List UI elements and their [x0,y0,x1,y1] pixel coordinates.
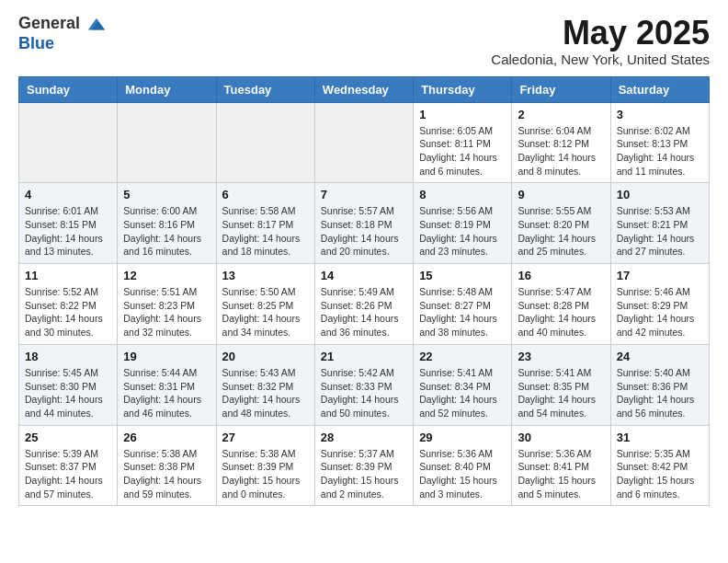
day-number: 31 [617,431,703,444]
day-info: Sunrise: 5:36 AM Sunset: 8:40 PM Dayligh… [419,447,506,501]
day-info: Sunrise: 6:04 AM Sunset: 8:12 PM Dayligh… [518,124,604,178]
logo-icon [86,15,107,35]
calendar-cell: 27Sunrise: 5:38 AM Sunset: 8:39 PM Dayli… [216,425,314,506]
header-wednesday: Wednesday [314,76,413,102]
logo: General Blue [18,15,107,52]
logo-general: General [18,14,80,32]
day-info: Sunrise: 5:44 AM Sunset: 8:31 PM Dayligh… [123,366,210,420]
day-number: 11 [25,269,111,282]
day-info: Sunrise: 5:47 AM Sunset: 8:28 PM Dayligh… [518,285,604,339]
calendar-cell: 9Sunrise: 5:55 AM Sunset: 8:20 PM Daylig… [512,183,610,264]
day-info: Sunrise: 5:57 AM Sunset: 8:18 PM Dayligh… [321,204,407,259]
day-number: 27 [222,431,309,444]
day-number: 30 [518,431,604,444]
logo-blue: Blue [18,34,54,52]
calendar-cell: 25Sunrise: 5:39 AM Sunset: 8:37 PM Dayli… [19,425,118,506]
day-info: Sunrise: 5:46 AM Sunset: 8:29 PM Dayligh… [617,285,703,339]
calendar-table: Sunday Monday Tuesday Wednesday Thursday… [18,76,710,507]
day-info: Sunrise: 6:01 AM Sunset: 8:15 PM Dayligh… [25,204,111,259]
day-info: Sunrise: 5:48 AM Sunset: 8:27 PM Dayligh… [419,285,506,339]
calendar-cell: 16Sunrise: 5:47 AM Sunset: 8:28 PM Dayli… [512,264,610,345]
calendar-cell [118,102,216,183]
day-number: 17 [617,269,703,282]
day-info: Sunrise: 5:56 AM Sunset: 8:19 PM Dayligh… [419,204,506,259]
calendar-cell: 14Sunrise: 5:49 AM Sunset: 8:26 PM Dayli… [314,264,413,345]
day-number: 1 [419,108,506,121]
calendar-cell: 15Sunrise: 5:48 AM Sunset: 8:27 PM Dayli… [414,264,512,345]
calendar-cell: 18Sunrise: 5:45 AM Sunset: 8:30 PM Dayli… [19,344,118,425]
day-info: Sunrise: 5:38 AM Sunset: 8:38 PM Dayligh… [123,447,210,501]
day-info: Sunrise: 6:05 AM Sunset: 8:11 PM Dayligh… [419,124,506,178]
calendar-week-3: 11Sunrise: 5:52 AM Sunset: 8:22 PM Dayli… [19,264,710,345]
calendar-week-1: 1Sunrise: 6:05 AM Sunset: 8:11 PM Daylig… [19,102,710,183]
day-number: 13 [222,269,309,282]
day-number: 16 [518,269,604,282]
day-info: Sunrise: 5:53 AM Sunset: 8:21 PM Dayligh… [617,204,703,259]
calendar-cell: 28Sunrise: 5:37 AM Sunset: 8:39 PM Dayli… [314,425,413,506]
day-number: 25 [25,431,111,444]
header-friday: Friday [512,76,610,102]
calendar-cell: 26Sunrise: 5:38 AM Sunset: 8:38 PM Dayli… [118,425,216,506]
day-info: Sunrise: 5:50 AM Sunset: 8:25 PM Dayligh… [222,285,309,339]
day-number: 9 [518,188,604,201]
day-number: 2 [518,108,604,121]
calendar-cell: 6Sunrise: 5:58 AM Sunset: 8:17 PM Daylig… [216,183,314,264]
day-number: 21 [321,350,407,363]
day-info: Sunrise: 5:39 AM Sunset: 8:37 PM Dayligh… [25,447,111,501]
day-number: 14 [321,269,407,282]
day-info: Sunrise: 5:43 AM Sunset: 8:32 PM Dayligh… [222,366,309,420]
day-number: 20 [222,350,309,363]
header-sunday: Sunday [19,76,118,102]
calendar-cell: 20Sunrise: 5:43 AM Sunset: 8:32 PM Dayli… [216,344,314,425]
day-info: Sunrise: 5:42 AM Sunset: 8:33 PM Dayligh… [321,366,407,420]
calendar-cell: 19Sunrise: 5:44 AM Sunset: 8:31 PM Dayli… [118,344,216,425]
day-info: Sunrise: 5:36 AM Sunset: 8:41 PM Dayligh… [518,447,604,501]
day-info: Sunrise: 6:00 AM Sunset: 8:16 PM Dayligh… [123,204,210,259]
calendar-cell [19,102,118,183]
calendar-week-5: 25Sunrise: 5:39 AM Sunset: 8:37 PM Dayli… [19,425,710,506]
day-info: Sunrise: 5:41 AM Sunset: 8:34 PM Dayligh… [419,366,506,420]
day-number: 28 [321,431,407,444]
day-info: Sunrise: 5:38 AM Sunset: 8:39 PM Dayligh… [222,447,309,501]
day-number: 26 [123,431,210,444]
header-thursday: Thursday [414,76,512,102]
day-info: Sunrise: 6:02 AM Sunset: 8:13 PM Dayligh… [617,124,703,178]
calendar-cell: 7Sunrise: 5:57 AM Sunset: 8:18 PM Daylig… [314,183,413,264]
title-block: May 2025 Caledonia, New York, United Sta… [491,15,710,67]
day-number: 29 [419,431,506,444]
day-info: Sunrise: 5:58 AM Sunset: 8:17 PM Dayligh… [222,204,309,259]
page-header: General Blue May 2025 Caledonia, New Yor… [18,15,710,67]
day-info: Sunrise: 5:49 AM Sunset: 8:26 PM Dayligh… [321,285,407,339]
day-number: 15 [419,269,506,282]
calendar-cell: 12Sunrise: 5:51 AM Sunset: 8:23 PM Dayli… [118,264,216,345]
header-monday: Monday [118,76,216,102]
day-info: Sunrise: 5:37 AM Sunset: 8:39 PM Dayligh… [321,447,407,501]
calendar-cell: 8Sunrise: 5:56 AM Sunset: 8:19 PM Daylig… [414,183,512,264]
calendar-cell: 21Sunrise: 5:42 AM Sunset: 8:33 PM Dayli… [314,344,413,425]
day-number: 6 [222,188,309,201]
day-number: 7 [321,188,407,201]
calendar-cell: 3Sunrise: 6:02 AM Sunset: 8:13 PM Daylig… [610,102,709,183]
calendar-week-4: 18Sunrise: 5:45 AM Sunset: 8:30 PM Dayli… [19,344,710,425]
day-number: 24 [617,350,703,363]
calendar-cell: 31Sunrise: 5:35 AM Sunset: 8:42 PM Dayli… [610,425,709,506]
calendar-cell: 23Sunrise: 5:41 AM Sunset: 8:35 PM Dayli… [512,344,610,425]
day-info: Sunrise: 5:40 AM Sunset: 8:36 PM Dayligh… [617,366,703,420]
day-number: 10 [617,188,703,201]
calendar-cell: 22Sunrise: 5:41 AM Sunset: 8:34 PM Dayli… [414,344,512,425]
calendar-week-2: 4Sunrise: 6:01 AM Sunset: 8:15 PM Daylig… [19,183,710,264]
calendar-subtitle: Caledonia, New York, United States [491,52,710,67]
calendar-title: May 2025 [491,15,710,52]
calendar-cell: 1Sunrise: 6:05 AM Sunset: 8:11 PM Daylig… [414,102,512,183]
day-number: 23 [518,350,604,363]
header-tuesday: Tuesday [216,76,314,102]
calendar-cell [314,102,413,183]
calendar-cell: 2Sunrise: 6:04 AM Sunset: 8:12 PM Daylig… [512,102,610,183]
day-number: 18 [25,350,111,363]
calendar-cell: 4Sunrise: 6:01 AM Sunset: 8:15 PM Daylig… [19,183,118,264]
calendar-cell [216,102,314,183]
day-info: Sunrise: 5:35 AM Sunset: 8:42 PM Dayligh… [617,447,703,501]
day-info: Sunrise: 5:51 AM Sunset: 8:23 PM Dayligh… [123,285,210,339]
calendar-cell: 17Sunrise: 5:46 AM Sunset: 8:29 PM Dayli… [610,264,709,345]
day-number: 5 [123,188,210,201]
